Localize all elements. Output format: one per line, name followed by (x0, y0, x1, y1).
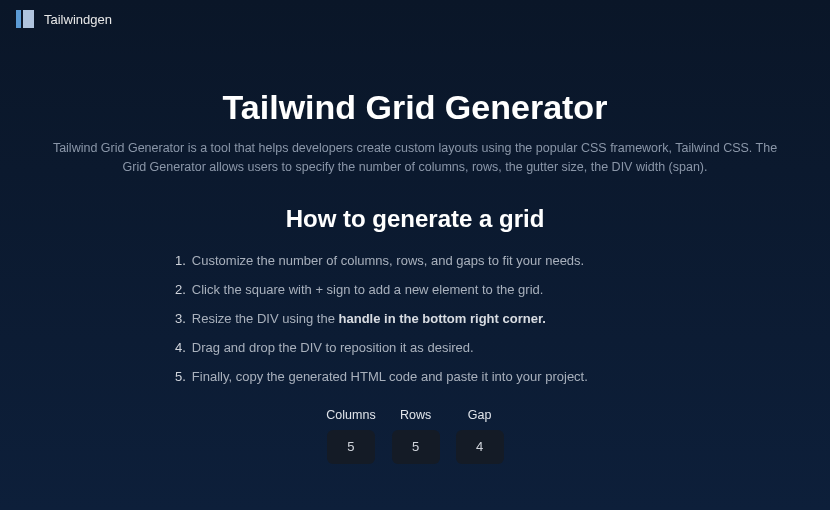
gap-control: Gap (456, 408, 504, 464)
step-number: 4. (175, 340, 186, 355)
rows-control: Rows (392, 408, 440, 464)
page-description: Tailwind Grid Generator is a tool that h… (40, 139, 790, 177)
step-item: 2. Click the square with + sign to add a… (175, 282, 655, 297)
step-text: Finally, copy the generated HTML code an… (192, 369, 588, 384)
step-item: 5. Finally, copy the generated HTML code… (175, 369, 655, 384)
page-title: Tailwind Grid Generator (40, 88, 790, 127)
step-number: 3. (175, 311, 186, 326)
step-item: 3. Resize the DIV using the handle in th… (175, 311, 655, 326)
step-item: 4. Drag and drop the DIV to reposition i… (175, 340, 655, 355)
step-text: Resize the DIV using the handle in the b… (192, 311, 546, 326)
logo-icon (16, 10, 34, 28)
section-subtitle: How to generate a grid (40, 205, 790, 233)
step-number: 5. (175, 369, 186, 384)
gap-label: Gap (468, 408, 492, 422)
columns-control: Columns (326, 408, 375, 464)
step-text: Drag and drop the DIV to reposition it a… (192, 340, 474, 355)
gap-input[interactable] (456, 430, 504, 464)
rows-label: Rows (400, 408, 431, 422)
grid-controls: Columns Rows Gap (40, 408, 790, 464)
step-text: Click the square with + sign to add a ne… (192, 282, 544, 297)
brand-name: Tailwindgen (44, 12, 112, 27)
steps-list: 1. Customize the number of columns, rows… (175, 253, 655, 384)
rows-input[interactable] (392, 430, 440, 464)
columns-input[interactable] (327, 430, 375, 464)
main-content: Tailwind Grid Generator Tailwind Grid Ge… (0, 38, 830, 464)
step-number: 2. (175, 282, 186, 297)
header: Tailwindgen (0, 0, 830, 38)
step-text: Customize the number of columns, rows, a… (192, 253, 584, 268)
step-item: 1. Customize the number of columns, rows… (175, 253, 655, 268)
columns-label: Columns (326, 408, 375, 422)
step-number: 1. (175, 253, 186, 268)
